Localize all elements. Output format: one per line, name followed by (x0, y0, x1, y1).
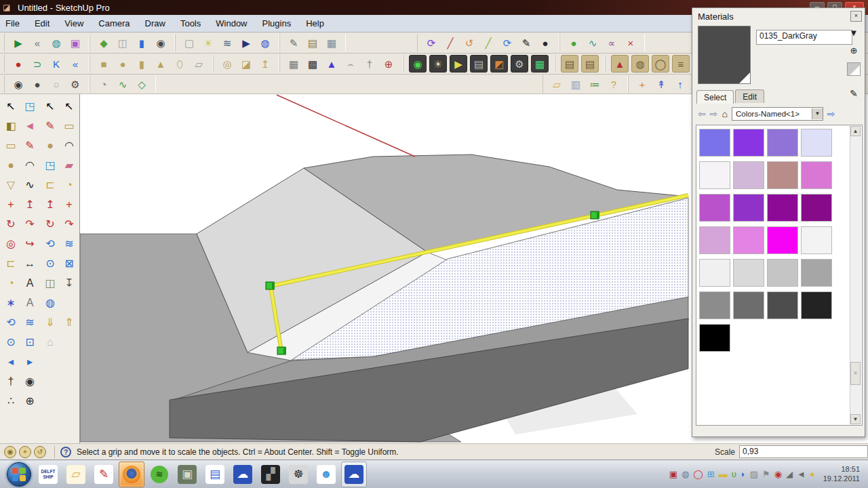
color-swatch-7[interactable] (801, 161, 832, 189)
color-swatch-18[interactable] (767, 259, 798, 287)
zoom-previous-tool[interactable]: ◂ (1, 352, 21, 372)
menu-draw[interactable]: Draw (145, 18, 165, 28)
back-arrow-icon[interactable]: ⇦ (698, 108, 706, 119)
google-earth-tool[interactable]: ◍ (40, 293, 60, 313)
shape-cylinder-icon[interactable]: ▮ (134, 56, 150, 72)
spotify-app[interactable]: ≋ (146, 462, 172, 487)
select-tool[interactable]: ↖ (1, 96, 21, 117)
geo-location-icon[interactable]: ◉ (4, 446, 16, 458)
panel-list-icon[interactable]: ▤ (470, 55, 488, 73)
details-arrow-icon[interactable]: ⇨ (827, 108, 835, 119)
sample-paint-icon[interactable]: ✎ (850, 88, 858, 99)
push-pull-tool-b[interactable]: ↥ (40, 195, 60, 215)
sketch-hand-icon[interactable]: ✎ (285, 35, 302, 51)
parchment-2-icon[interactable]: ▤ (581, 55, 599, 73)
default-material-button[interactable] (847, 62, 861, 76)
barrel-blue-icon[interactable]: ▮ (134, 35, 150, 51)
walk-tool[interactable]: ∴ (1, 391, 21, 411)
firefox-app[interactable] (119, 462, 144, 487)
parchment-1-icon[interactable]: ▤ (561, 55, 578, 73)
menu-camera[interactable]: Camera (98, 18, 130, 28)
scale-grip-2[interactable] (277, 347, 286, 354)
color-swatch-12[interactable] (699, 226, 730, 254)
material-name-field[interactable]: 0135_DarkGray (756, 30, 852, 45)
parchment-lines-icon[interactable]: ≡ (672, 55, 690, 73)
taskbar-clock[interactable]: 18:51 19.12.2011 (823, 465, 863, 484)
power-green-icon[interactable]: ◉ (409, 55, 427, 73)
network-signal-icon[interactable]: ◢ (786, 470, 793, 479)
dimension-tool[interactable]: ↔ (20, 253, 40, 274)
color-swatch-20[interactable] (699, 291, 730, 319)
help-icon[interactable]: ? (60, 447, 71, 458)
curve-tool[interactable]: ↪ (20, 234, 40, 254)
color-swatch-13[interactable] (733, 226, 764, 254)
secondary-pane-toggle-icon[interactable]: ▼ (848, 27, 860, 39)
bend-icon[interactable]: ⌢ (342, 56, 359, 72)
mouse-cursor[interactable]: ↖ (59, 96, 79, 117)
spring-link-icon[interactable]: ∿ (115, 76, 131, 92)
color-swatch-3[interactable] (801, 129, 832, 157)
circle-tool-b[interactable]: ● (40, 136, 60, 156)
materials-panel-titlebar[interactable]: Materials × (692, 8, 865, 23)
color-swatch-5[interactable] (733, 161, 764, 189)
action-center-flag-icon[interactable]: ⚑ (762, 470, 770, 479)
push-pull-tool[interactable]: ↥ (20, 195, 40, 215)
screen-green-icon[interactable]: ▦ (531, 55, 549, 73)
offset-tool[interactable]: ◎ (1, 234, 21, 254)
menu-edit[interactable]: Edit (35, 18, 50, 28)
waves-pyramid-icon[interactable]: ≋ (219, 35, 235, 51)
protractor-tool-b[interactable]: ◔ (59, 175, 79, 195)
delftship-app[interactable]: DELFTSHIP (35, 462, 61, 487)
polygon-tool[interactable]: ▽ (1, 175, 21, 195)
x-red-icon[interactable]: × (623, 35, 639, 51)
open-folder-icon[interactable]: ▱ (549, 76, 565, 92)
protractor-tool[interactable]: ◔ (1, 273, 21, 293)
ui-plugin-icon[interactable]: ◍ (48, 35, 64, 51)
color-swatch-19[interactable] (801, 259, 832, 287)
utorrent-tray-icon[interactable]: υ (732, 470, 736, 479)
shape-cone-icon[interactable]: ▲ (153, 56, 169, 72)
recorder-tray-icon[interactable]: ▣ (669, 470, 677, 479)
arc-tool-b[interactable]: ◠ (59, 136, 79, 156)
gear-icon[interactable]: ⚙ (511, 55, 528, 73)
color-swatch-9[interactable] (733, 194, 764, 222)
color-swatch-2[interactable] (767, 129, 798, 157)
zoom-tool[interactable]: ⊙ (1, 332, 21, 352)
color-swatch-10[interactable] (767, 194, 798, 222)
pen-black-icon[interactable]: ✎ (518, 35, 534, 51)
wire-head-icon[interactable]: ◔ (96, 76, 112, 92)
measurement-value-box[interactable]: 0,93 (739, 445, 868, 458)
openoffice-writer-app[interactable]: ▤ (202, 462, 228, 487)
orbit-tool-b[interactable]: ⟲ (40, 234, 60, 254)
scroll-thumb[interactable]: ≡ (850, 362, 861, 385)
checklist-icon[interactable]: ≔ (587, 76, 603, 92)
color-swatch-6[interactable] (767, 161, 798, 189)
shape-box-icon[interactable]: ■ (96, 56, 112, 72)
blue-tray-icon[interactable]: ◗ (741, 470, 746, 479)
key-purple-icon[interactable]: ∝ (604, 35, 620, 51)
globe-tray-icon[interactable]: ◍ (682, 470, 689, 479)
rectangle-tool-b[interactable]: ▭ (59, 116, 79, 136)
text-tool[interactable]: A (20, 273, 40, 293)
yellow-tray-icon[interactable]: ▬ (719, 470, 728, 479)
eraser-select-tool[interactable]: ◄ (20, 116, 40, 136)
pan-tool-b[interactable]: ≋ (59, 234, 79, 254)
color-swatch-4[interactable] (699, 161, 730, 189)
shape-sphere-icon[interactable]: ● (115, 56, 131, 72)
shape-capsule-icon[interactable]: ⬯ (172, 56, 188, 72)
rectangle-tool[interactable]: ▭ (1, 136, 21, 156)
line-green-icon[interactable]: ╱ (480, 35, 496, 51)
clipboard-help-icon[interactable]: ▥ (568, 76, 584, 92)
explorer-folder-app[interactable]: ▱ (63, 462, 89, 487)
window-panel-icon[interactable]: ▦ (323, 35, 340, 51)
play-button-icon[interactable]: ▶ (10, 35, 26, 51)
arrows-orange-icon[interactable]: + (634, 76, 650, 92)
color-swatch-0[interactable] (699, 129, 730, 157)
refresh-purple-icon[interactable]: ⟳ (423, 35, 439, 51)
tab-edit[interactable]: Edit (735, 89, 764, 103)
sword-icon[interactable]: † (361, 56, 378, 72)
axes-tool[interactable]: ∗ (1, 293, 21, 313)
globe-blue-icon[interactable]: ◍ (257, 35, 273, 51)
dark-spiky-app[interactable]: ☸ (285, 462, 311, 487)
color-swatch-21[interactable] (733, 291, 764, 319)
